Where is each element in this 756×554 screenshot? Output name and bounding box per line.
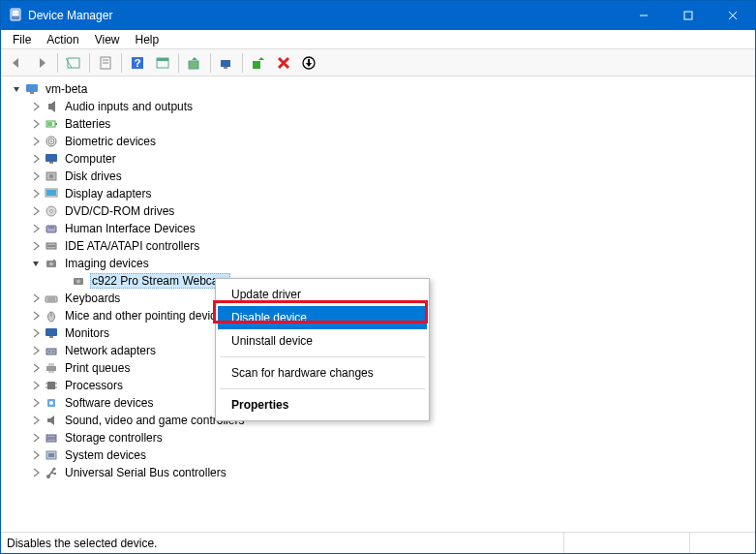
menu-file[interactable]: File	[5, 31, 39, 48]
category-label: Imaging devices	[63, 257, 151, 270]
category-label: Network adapters	[63, 344, 158, 357]
svg-line-9	[66, 58, 72, 68]
forward-button[interactable]	[30, 51, 53, 75]
chevron-right-icon[interactable]	[28, 430, 44, 446]
action-toolbar-button[interactable]	[151, 51, 174, 75]
chevron-down-icon[interactable]	[9, 81, 24, 97]
svg-rect-3	[13, 14, 18, 15]
properties-button[interactable]	[94, 51, 117, 75]
category-dvd[interactable]: DVD/CD-ROM drives	[3, 202, 753, 220]
category-img[interactable]: Imaging devices	[3, 255, 753, 272]
monitor-icon	[44, 151, 59, 167]
chevron-right-icon[interactable]	[28, 343, 44, 358]
category-label: IDE ATA/ATAPI controllers	[63, 239, 201, 253]
category-label: Disk drives	[63, 169, 124, 183]
category-comp[interactable]: Computer	[3, 150, 753, 168]
category-sys[interactable]: System devices	[3, 446, 753, 464]
svg-rect-39	[46, 226, 56, 232]
root-label: vm-beta	[44, 82, 89, 96]
svg-rect-54	[49, 336, 53, 338]
category-ide[interactable]: IDE ATA/ATAPI controllers	[3, 237, 753, 255]
ctx-properties[interactable]: Properties	[218, 393, 427, 416]
svg-rect-2	[13, 11, 18, 13]
chevron-right-icon[interactable]	[28, 395, 44, 411]
svg-point-34	[49, 174, 53, 178]
svg-rect-31	[45, 154, 57, 162]
disable-device-button[interactable]	[272, 51, 295, 75]
tree-root[interactable]: vm-beta	[3, 80, 753, 98]
update-driver-button[interactable]	[183, 51, 206, 75]
speaker-icon	[44, 99, 59, 114]
uninstall-device-button[interactable]	[297, 51, 320, 75]
chevron-right-icon[interactable]	[28, 291, 44, 306]
category-hid[interactable]: Human Interface Devices	[3, 220, 753, 237]
chevron-right-icon[interactable]	[28, 134, 44, 149]
close-button[interactable]	[711, 1, 755, 30]
help-button[interactable]: ?	[126, 51, 149, 75]
ctx-update-driver[interactable]: Update driver	[218, 283, 427, 306]
category-stor[interactable]: Storage controllers	[3, 429, 753, 446]
svg-point-67	[49, 401, 53, 405]
chevron-right-icon[interactable]	[28, 308, 44, 323]
minimize-button[interactable]	[621, 1, 666, 30]
category-audio[interactable]: Audio inputs and outputs	[3, 98, 753, 115]
spacer	[55, 273, 71, 289]
ctx-disable-device[interactable]: Disable device	[218, 306, 427, 329]
svg-rect-70	[46, 439, 56, 442]
chevron-right-icon[interactable]	[28, 203, 44, 219]
chevron-right-icon[interactable]	[28, 221, 44, 236]
svg-rect-26	[55, 123, 57, 125]
svg-rect-36	[46, 190, 56, 196]
svg-rect-23	[30, 92, 34, 94]
chevron-down-icon[interactable]	[28, 256, 44, 271]
chevron-right-icon[interactable]	[28, 378, 44, 393]
svg-rect-77	[54, 473, 56, 475]
device-label: c922 Pro Stream Webcam	[90, 273, 230, 289]
device-tree[interactable]: vm-beta Audio inputs and outputsBatterie…	[1, 77, 755, 532]
chevron-right-icon[interactable]	[28, 116, 44, 132]
chevron-right-icon[interactable]	[28, 151, 44, 167]
show-hide-tree-button[interactable]	[62, 51, 85, 75]
category-label: Storage controllers	[63, 431, 165, 445]
webcam-icon	[71, 273, 86, 289]
maximize-button[interactable]	[666, 1, 711, 30]
category-label: Processors	[63, 379, 125, 392]
chevron-right-icon[interactable]	[28, 325, 44, 341]
chevron-right-icon[interactable]	[28, 186, 44, 201]
enable-device-button[interactable]	[247, 51, 270, 75]
svg-rect-58	[46, 366, 56, 371]
ctx-uninstall-device[interactable]: Uninstall device	[218, 329, 427, 353]
svg-point-75	[53, 468, 56, 471]
svg-rect-69	[46, 435, 56, 438]
back-button[interactable]	[5, 51, 28, 75]
chevron-right-icon[interactable]	[28, 360, 44, 376]
category-label: Universal Serial Bus controllers	[63, 466, 228, 479]
category-batt[interactable]: Batteries	[3, 115, 753, 133]
chevron-right-icon[interactable]	[28, 465, 44, 480]
category-label: Software devices	[63, 396, 155, 410]
svg-rect-27	[47, 122, 52, 126]
chevron-right-icon[interactable]	[28, 238, 44, 254]
svg-rect-17	[189, 61, 198, 69]
category-disp[interactable]: Display adapters	[3, 185, 753, 202]
ctx-scan-hardware[interactable]: Scan for hardware changes	[218, 361, 427, 385]
window-title: Device Manager	[22, 9, 621, 22]
scan-hardware-button[interactable]	[215, 51, 238, 75]
svg-point-57	[52, 351, 54, 353]
chevron-right-icon[interactable]	[28, 413, 44, 428]
chevron-right-icon[interactable]	[28, 447, 44, 463]
fingerprint-icon	[44, 134, 59, 149]
category-disk[interactable]: Disk drives	[3, 168, 753, 185]
menu-help[interactable]: Help	[128, 31, 167, 48]
category-label: Mice and other pointing devices	[63, 309, 230, 323]
menu-view[interactable]: View	[87, 31, 128, 48]
storage-icon	[44, 430, 59, 446]
chevron-right-icon[interactable]	[28, 99, 44, 114]
chevron-right-icon[interactable]	[28, 169, 44, 184]
category-usb[interactable]: Universal Serial Bus controllers	[3, 464, 753, 481]
category-bio[interactable]: Biometric devices	[3, 133, 753, 150]
menu-action[interactable]: Action	[39, 31, 86, 48]
mouse-icon	[44, 308, 59, 323]
category-label: Batteries	[63, 117, 112, 131]
status-text: Disables the selected device.	[7, 537, 157, 550]
